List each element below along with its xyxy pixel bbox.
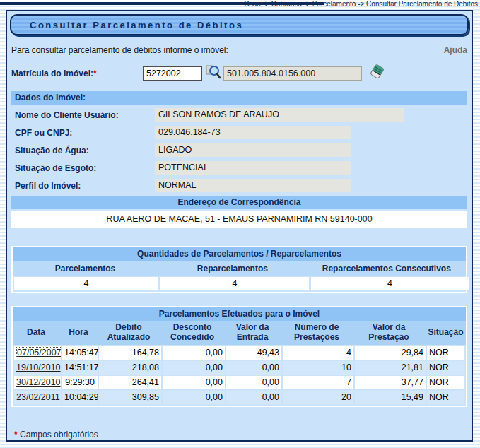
situacao-esgoto-label: Situação de Esgoto: <box>15 163 155 173</box>
parcelamentos-header: Parcelamentos Efetuados para o Imóvel <box>13 307 466 321</box>
required-fields-note: * Campos obrigatórios <box>14 430 467 440</box>
cell-desconto: 0,00 <box>163 346 225 360</box>
date-link[interactable]: 07/05/2007 <box>16 347 61 358</box>
required-asterisk: * <box>93 69 97 78</box>
cell-debito: 264,41 <box>99 376 161 389</box>
cell-desconto: 0,00 <box>163 376 225 389</box>
cell-hora: 14:05:47 <box>62 346 98 360</box>
situacao-agua-label: Situação de Água: <box>15 146 155 155</box>
required-note-label: Campos obrigatórios <box>20 430 98 440</box>
quantidades-table: Quantidades de Parcelamentos / Reparcela… <box>11 246 467 293</box>
dados-imovel-header: Dados do Imóvel: <box>11 91 467 105</box>
table-row: 30/12/2010 9:29:30 264,41 0,00 0,00 7 37… <box>14 376 464 389</box>
col-valor-prestacao: Valor da Prestação <box>353 321 424 345</box>
nome-cliente-value: GILSON RAMOS DE ARAUJO <box>155 108 404 122</box>
quantidades-column-headers: Parcelamentos Reparcelamentos Reparcelam… <box>13 261 466 276</box>
cell-num-prestacoes: 4 <box>283 346 353 360</box>
date-link[interactable]: 23/02/2011 <box>16 392 60 402</box>
required-asterisk: * <box>14 430 18 440</box>
reparcelamentos-consecutivos-count: 4 <box>311 277 469 290</box>
parcelamentos-column-headers: Data Hora Débito Atualizado Desconto Con… <box>13 321 466 345</box>
intro-text: Para consultar parcelamento de débitos i… <box>11 45 228 55</box>
breadcrumb: Gsan -> Cobranca -> Parcelamento -> Cons… <box>244 0 478 8</box>
matricula-label: Matrícula do Imóvel:* <box>11 69 143 78</box>
col-debito-atualizado: Débito Atualizado <box>98 321 160 345</box>
eraser-icon <box>369 64 385 83</box>
situacao-agua-value: LIGADO <box>155 143 351 157</box>
dado-row-perfil: Perfil do Imóvel: NORMAL <box>11 178 467 193</box>
quantidades-values: 4 4 4 <box>13 276 466 292</box>
cell-situacao: NOR <box>427 361 464 375</box>
inscricao-field: 501.005.804.0156.000 <box>223 66 362 81</box>
situacao-esgoto-value: POTENCIAL <box>155 161 351 175</box>
table-row: 07/05/2007 14:05:47 164,78 0,00 49,43 4 … <box>14 346 464 360</box>
dado-row-cpf: CPF ou CNPJ: 029.046.184-73 <box>11 125 467 140</box>
col-data: Data <box>13 321 59 345</box>
cell-valor-prestacao: 15,49 <box>355 391 426 404</box>
ajuda-link[interactable]: Ajuda <box>444 45 467 55</box>
magnifier-icon <box>206 64 221 82</box>
cell-desconto: 0,00 <box>163 361 225 375</box>
table-row: 23/02/2011 10:04:29 309,85 0,00 0,00 20 … <box>14 391 464 404</box>
cell-entrada: 0,00 <box>226 376 281 389</box>
clear-button[interactable] <box>369 64 385 83</box>
page-title: Consultar Parcelamento de Débitos <box>10 14 469 35</box>
cell-debito: 164,78 <box>99 346 161 360</box>
consultar-parcelamento-panel: Consultar Parcelamento de Débitos Para c… <box>6 10 473 442</box>
cell-situacao: NOR <box>427 376 464 389</box>
col-reparcelamentos-consecutivos: Reparcelamentos Consecutivos <box>308 261 466 276</box>
cell-num-prestacoes: 7 <box>283 376 353 389</box>
cell-desconto: 0,00 <box>163 391 225 404</box>
matricula-row: Matrícula do Imóvel:* 501.005.804.0156.0… <box>10 64 469 83</box>
parcelamentos-rows: 07/05/2007 14:05:47 164,78 0,00 49,43 4 … <box>13 345 466 406</box>
date-link[interactable]: 19/10/2010 <box>16 362 61 372</box>
nome-cliente-label: Nome do Cliente Usuário: <box>15 110 155 120</box>
cell-data: 30/12/2010 <box>14 376 61 389</box>
cell-num-prestacoes: 20 <box>283 391 353 404</box>
cell-data: 07/05/2007 <box>14 346 61 360</box>
col-valor-entrada: Valor da Entrada <box>225 321 280 345</box>
date-link[interactable]: 30/12/2010 <box>16 377 61 387</box>
cell-debito: 309,85 <box>99 391 161 404</box>
cell-situacao: NOR <box>427 391 464 404</box>
cpf-cnpj-value: 029.046.184-73 <box>155 126 351 139</box>
cell-valor-prestacao: 29,84 <box>355 346 426 360</box>
parcelamentos-count: 4 <box>14 277 158 290</box>
col-desconto-concedido: Desconto Concedido <box>161 321 223 345</box>
cpf-cnpj-label: CPF ou CNPJ: <box>15 128 155 138</box>
cell-valor-prestacao: 37,77 <box>355 376 426 389</box>
endereco-header: Endereço de Correspondência <box>11 196 467 209</box>
cell-hora: 10:04:29 <box>62 391 98 404</box>
col-situacao: Situação <box>426 321 466 345</box>
reparcelamentos-count: 4 <box>160 277 309 290</box>
quantidades-header: Quantidades de Parcelamentos / Reparcela… <box>13 247 466 261</box>
perfil-imovel-value: NORMAL <box>155 179 351 192</box>
cell-entrada: 49,43 <box>226 346 281 360</box>
col-numero-prestacoes: Número de Prestações <box>281 321 352 345</box>
cell-data: 23/02/2011 <box>14 391 61 404</box>
search-button[interactable] <box>206 64 221 82</box>
cell-data: 19/10/2010 <box>14 361 61 375</box>
col-hora: Hora <box>61 321 96 345</box>
dado-row-esgoto: Situação de Esgoto: POTENCIAL <box>11 160 467 175</box>
cell-num-prestacoes: 10 <box>283 361 353 375</box>
cell-debito: 218,08 <box>99 361 161 375</box>
cell-hora: 14:51:17 <box>62 361 98 375</box>
col-reparcelamentos: Reparcelamentos <box>158 261 308 276</box>
cell-situacao: NOR <box>427 346 464 360</box>
parcelamentos-table: Parcelamentos Efetuados para o Imóvel Da… <box>11 306 467 407</box>
endereco-value: RUA AERO DE MACAE, 51 - EMAUS PARNAMIRIM… <box>11 211 467 228</box>
dado-row-nome: Nome do Cliente Usuário: GILSON RAMOS DE… <box>11 107 467 122</box>
dados-imovel-section: Dados do Imóvel: Nome do Cliente Usuário… <box>11 91 467 228</box>
perfil-imovel-label: Perfil do Imóvel: <box>15 181 155 191</box>
col-parcelamentos: Parcelamentos <box>13 261 158 276</box>
cell-hora: 9:29:30 <box>62 376 98 389</box>
matricula-input[interactable] <box>143 66 202 81</box>
cell-entrada: 0,00 <box>226 391 281 404</box>
dado-row-agua: Situação de Água: LIGADO <box>11 143 467 158</box>
cell-valor-prestacao: 21,81 <box>355 361 426 375</box>
cell-entrada: 0,00 <box>226 361 281 375</box>
page-title-label: Consultar Parcelamento de Débitos <box>30 20 243 30</box>
table-row: 19/10/2010 14:51:17 218,08 0,00 0,00 10 … <box>14 361 464 375</box>
